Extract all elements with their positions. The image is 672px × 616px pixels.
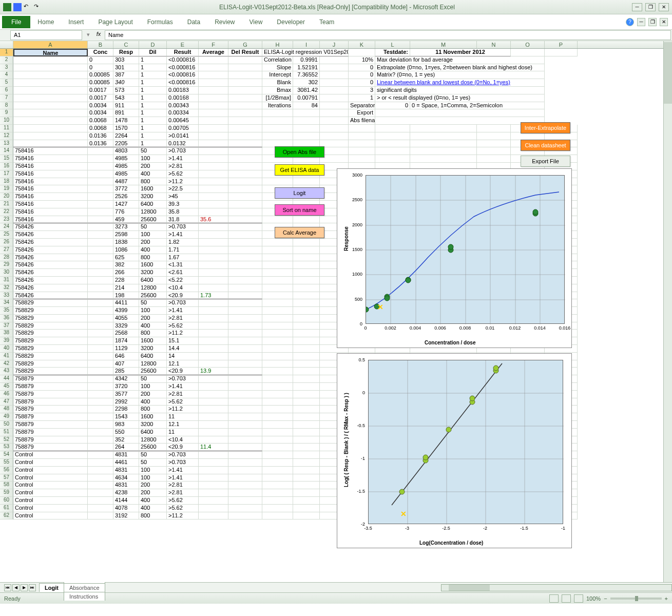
cell-dil[interactable]: 200 bbox=[139, 391, 167, 398]
cell-resp[interactable]: 4831 bbox=[113, 451, 139, 459]
inter-extrap-button[interactable]: Inter-Extrapolate bbox=[521, 122, 570, 133]
cell-resp[interactable]: 911 bbox=[113, 102, 139, 110]
cell-result[interactable]: 0.0132 bbox=[167, 140, 199, 148]
cell-resp[interactable]: 2598 bbox=[113, 231, 139, 239]
cell-resp[interactable]: 4399 bbox=[113, 307, 139, 315]
cell-conc[interactable] bbox=[88, 299, 113, 307]
cell-result[interactable]: >2.81 bbox=[167, 315, 199, 322]
row-header[interactable]: 4 bbox=[0, 71, 13, 79]
cell-result[interactable]: 11 bbox=[167, 413, 199, 421]
header-average[interactable]: Average bbox=[199, 49, 228, 56]
cell-name[interactable]: 758829 bbox=[13, 337, 88, 345]
cell-dil[interactable]: 50 bbox=[139, 299, 167, 307]
cell-average[interactable] bbox=[199, 391, 228, 398]
cell-dil[interactable]: 400 bbox=[139, 170, 167, 178]
cell-dil[interactable]: 25600 bbox=[139, 292, 167, 300]
cell-conc[interactable]: 0.0136 bbox=[88, 140, 113, 148]
cell-result[interactable]: >5.62 bbox=[167, 505, 199, 512]
cell-name[interactable]: 758829 bbox=[13, 330, 88, 337]
cell-result[interactable]: >11.2 bbox=[167, 406, 199, 413]
spreadsheet-grid[interactable]: ABCDEFGHIJKLMNOP 1NameConcRespDilResultA… bbox=[0, 41, 663, 582]
cell-conc[interactable] bbox=[88, 360, 113, 368]
cell-resp[interactable]: 1478 bbox=[113, 117, 139, 125]
cell-resp[interactable]: 3329 bbox=[113, 322, 139, 330]
cell-resp[interactable]: 352 bbox=[113, 436, 139, 444]
cell-conc[interactable] bbox=[88, 505, 113, 512]
row-header[interactable]: 8 bbox=[0, 102, 13, 110]
col-header-H[interactable]: H bbox=[262, 41, 293, 48]
cell-conc[interactable] bbox=[88, 353, 113, 360]
stat-label[interactable]: Slope bbox=[262, 64, 293, 72]
cell-result[interactable]: <10.4 bbox=[167, 436, 199, 444]
cell-average[interactable] bbox=[199, 201, 228, 208]
cell-name[interactable]: 758879 bbox=[13, 421, 88, 429]
cell-average[interactable] bbox=[199, 489, 228, 497]
cell-conc[interactable] bbox=[88, 474, 113, 482]
cell-resp[interactable]: 4831 bbox=[113, 467, 139, 474]
cell-average[interactable] bbox=[199, 360, 228, 368]
cell-resp[interactable]: 4634 bbox=[113, 474, 139, 482]
cell-conc[interactable] bbox=[88, 216, 113, 224]
cell-result[interactable]: >0.703 bbox=[167, 375, 199, 383]
col-header-O[interactable]: O bbox=[511, 41, 545, 48]
cell-conc[interactable] bbox=[88, 254, 113, 262]
cell-name[interactable]: 758426 bbox=[13, 292, 88, 300]
cell-result[interactable]: 39.3 bbox=[167, 201, 199, 208]
row-header[interactable]: 59 bbox=[0, 489, 13, 497]
cell-conc[interactable] bbox=[88, 239, 113, 246]
row-header[interactable]: 36 bbox=[0, 315, 13, 322]
cell-result[interactable]: >45 bbox=[167, 193, 199, 201]
cell-result[interactable]: <0.000816 bbox=[167, 71, 199, 79]
cell-resp[interactable]: 4411 bbox=[113, 299, 139, 307]
cell-resp[interactable]: 4238 bbox=[113, 489, 139, 497]
close-icon[interactable]: ✕ bbox=[659, 3, 669, 11]
cell-average[interactable] bbox=[199, 277, 228, 284]
cell-average[interactable] bbox=[199, 117, 228, 125]
cell-result[interactable]: 1.71 bbox=[167, 246, 199, 254]
cell-name[interactable]: 758416 bbox=[13, 155, 88, 163]
save-icon[interactable] bbox=[13, 3, 22, 11]
cell-name[interactable]: 758829 bbox=[13, 307, 88, 315]
row-header[interactable]: 12 bbox=[0, 132, 13, 140]
vertical-scrollbar[interactable] bbox=[663, 41, 672, 582]
cell-resp[interactable]: 4985 bbox=[113, 163, 139, 170]
row-header[interactable]: 53 bbox=[0, 444, 13, 451]
cell-conc[interactable] bbox=[88, 246, 113, 254]
cell-average[interactable] bbox=[199, 246, 228, 254]
stat-param[interactable]: Abs filename bbox=[349, 117, 375, 125]
cell-conc[interactable] bbox=[88, 497, 113, 505]
row-header[interactable]: 40 bbox=[0, 345, 13, 353]
cell-resp[interactable]: 4985 bbox=[113, 170, 139, 178]
select-all-corner[interactable] bbox=[0, 41, 13, 48]
ribbon-tab-page-layout[interactable]: Page Layout bbox=[91, 16, 140, 28]
stat-desc[interactable] bbox=[375, 117, 545, 125]
cell-result[interactable]: <0.000816 bbox=[167, 64, 199, 72]
row-header[interactable]: 62 bbox=[0, 512, 13, 520]
cell-average[interactable] bbox=[199, 185, 228, 193]
cell-average[interactable] bbox=[199, 413, 228, 421]
ribbon-tab-home[interactable]: Home bbox=[30, 16, 61, 28]
cell-resp[interactable]: 3192 bbox=[113, 512, 139, 520]
cell-resp[interactable]: 4487 bbox=[113, 178, 139, 186]
header-resp[interactable]: Resp bbox=[113, 49, 139, 56]
cell-conc[interactable]: 0.0017 bbox=[88, 87, 113, 94]
cell-name[interactable] bbox=[13, 64, 88, 72]
cell-dil[interactable]: 200 bbox=[139, 163, 167, 170]
row-header[interactable]: 52 bbox=[0, 436, 13, 444]
cell-dil[interactable]: 1600 bbox=[139, 261, 167, 269]
cell-dil[interactable]: 1600 bbox=[139, 413, 167, 421]
stat-param[interactable]: 0 bbox=[349, 71, 375, 79]
cell-name[interactable]: 758879 bbox=[13, 398, 88, 406]
row-header[interactable]: 56 bbox=[0, 467, 13, 474]
row-header[interactable]: 57 bbox=[0, 474, 13, 482]
cell-dil[interactable]: 1 bbox=[139, 132, 167, 140]
cell-name[interactable]: 758426 bbox=[13, 277, 88, 284]
cell-result[interactable]: >22.5 bbox=[167, 185, 199, 193]
cell-name[interactable]: Control bbox=[13, 505, 88, 512]
row-header[interactable]: 49 bbox=[0, 413, 13, 421]
cell-conc[interactable] bbox=[88, 315, 113, 322]
cell-dil[interactable]: 3200 bbox=[139, 345, 167, 353]
cell-average[interactable]: 11.4 bbox=[199, 444, 228, 451]
stat-value[interactable]: 3081.42 bbox=[293, 87, 320, 94]
row-header[interactable]: 3 bbox=[0, 64, 13, 72]
